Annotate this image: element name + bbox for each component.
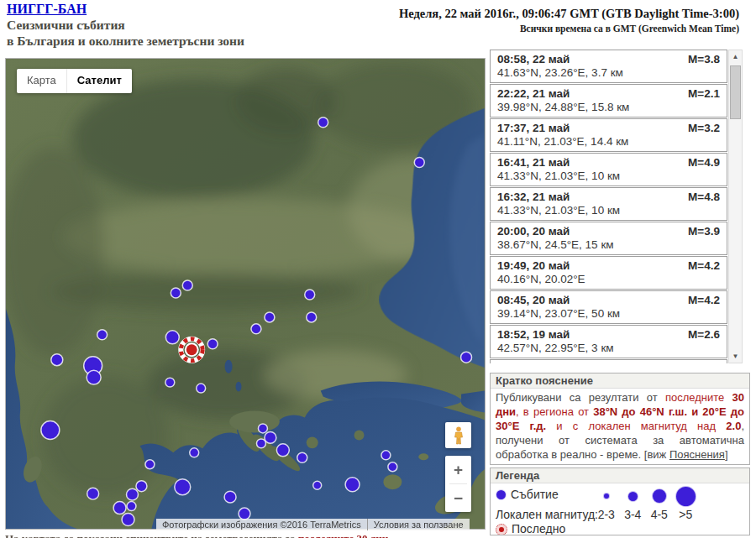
event-time: 18:52, 19 май	[497, 327, 570, 342]
event-coordinates: 41.33°N, 21.03°E, 10 км	[497, 170, 720, 183]
event-coordinates: 42.57°N, 22.95°E, 3 км	[497, 342, 720, 355]
lake	[225, 360, 233, 373]
zoom-out-button[interactable]: −	[445, 484, 471, 512]
event-row[interactable]: 08:58, 22 майM=3.841.63°N, 23.26°E, 3.7 …	[490, 50, 727, 83]
event-coordinates: 41.11°N, 21.03°E, 14.4 км	[497, 135, 720, 149]
event-marker[interactable]	[318, 118, 328, 128]
magnitude-bin-label: 4-5	[646, 508, 673, 521]
event-row[interactable]: 16:41, 21 майM=4.941.33°N, 21.03°E, 10 к…	[490, 153, 727, 186]
event-marker[interactable]	[175, 479, 191, 495]
event-row[interactable]: 18:52, 19 майM=2.642.57°N, 22.95°E, 3 км	[490, 325, 727, 358]
scrollbar-thumb[interactable]	[730, 65, 741, 119]
event-marker[interactable]	[136, 481, 147, 492]
event-marker[interactable]	[41, 420, 60, 439]
event-marker[interactable]	[197, 384, 206, 393]
explanations-link[interactable]: Пояснения	[669, 448, 725, 461]
event-marker[interactable]	[381, 451, 391, 460]
event-magnitude: M=4.9	[688, 155, 720, 170]
event-coordinates: 38.67°N, 24.5°E, 15 км	[497, 238, 720, 252]
event-marker[interactable]	[51, 354, 63, 366]
event-magnitude: M=4.2	[688, 293, 720, 307]
event-row[interactable]: 19:49, 20 майM=4.240.16°N, 20.02°E	[490, 256, 727, 290]
event-marker[interactable]	[87, 370, 101, 384]
event-marker[interactable]	[127, 488, 139, 500]
event-marker[interactable]	[127, 502, 136, 511]
event-coordinates: 41.33°N, 21.03°E, 10 км	[497, 204, 720, 217]
event-marker[interactable]	[265, 431, 276, 443]
event-marker[interactable]	[190, 448, 199, 457]
event-marker[interactable]	[265, 312, 275, 322]
event-coordinates: 41.63°N, 23.26°E, 3.7 км	[497, 66, 720, 80]
event-marker[interactable]	[239, 508, 250, 520]
short-explanation-title: Кратко пояснение	[491, 373, 749, 389]
event-marker[interactable]	[414, 158, 424, 168]
scroll-up-arrow-icon[interactable]: ▲	[729, 50, 742, 63]
event-marker[interactable]	[256, 439, 265, 448]
satellite-terrain	[6, 59, 485, 529]
scroll-down-arrow-icon[interactable]: ▼	[729, 350, 742, 363]
event-marker[interactable]	[461, 352, 472, 363]
event-time: 16:08, 19 май	[497, 362, 570, 363]
terms-of-use-link[interactable]: Условия за ползване	[367, 519, 470, 530]
legend-title: Легенда	[491, 468, 749, 483]
event-magnitude: M=3.2	[688, 121, 720, 135]
legend-box: Легенда Събитие Локален магнитуд: 2-33-4…	[490, 467, 750, 535]
legend-event-label: Събитие	[511, 488, 559, 501]
event-coordinates: 39.98°N, 24.88°E, 15.8 км	[497, 101, 720, 114]
event-marker[interactable]	[122, 514, 134, 526]
imagery-attribution: Фотографски изображения ©2016 TerraMetri…	[156, 519, 367, 530]
event-row[interactable]: 17:37, 21 майM=3.241.11°N, 21.03°E, 14.4…	[490, 118, 727, 152]
event-magnitude: M=4.8	[688, 190, 720, 204]
lake	[236, 382, 242, 392]
legend-event-row: Събитие	[496, 488, 559, 501]
event-marker[interactable]	[165, 331, 179, 344]
map-attribution: Фотографски изображения ©2016 TerraMetri…	[156, 519, 486, 530]
event-magnitude: M=2.6	[688, 327, 720, 342]
event-marker[interactable]	[171, 288, 181, 298]
event-marker[interactable]	[345, 478, 360, 492]
legend-magnitude-label: Локален магнитуд:	[496, 508, 598, 521]
event-time: 16:32, 21 май	[497, 190, 570, 204]
zoom-in-button[interactable]: +	[445, 456, 471, 483]
event-magnitude: M=3.9	[688, 224, 720, 238]
event-marker[interactable]	[297, 452, 307, 462]
event-row[interactable]: 16:08, 19 майM=2.0	[490, 359, 727, 363]
event-marker[interactable]	[165, 378, 175, 387]
event-list-scrollbar[interactable]: ▲ ▼	[728, 50, 743, 363]
event-time: 17:37, 21 май	[497, 121, 570, 135]
map-type-toggle: Карта Сателит	[17, 69, 132, 93]
pegman-icon	[453, 426, 465, 445]
event-marker[interactable]	[251, 324, 261, 334]
event-marker[interactable]	[224, 491, 236, 503]
event-marker[interactable]	[307, 312, 317, 322]
event-row[interactable]: 20:00, 20 майM=3.938.67°N, 24.5°E, 15 км	[490, 222, 727, 255]
event-marker[interactable]	[182, 280, 192, 290]
event-marker[interactable]	[388, 462, 397, 472]
event-marker[interactable]	[87, 488, 99, 499]
event-marker[interactable]	[97, 330, 108, 340]
event-marker[interactable]	[145, 460, 155, 469]
event-coordinates: 39.14°N, 23.07°E, 50 км	[497, 307, 720, 321]
event-row[interactable]: 08:45, 20 майM=4.239.14°N, 23.07°E, 50 к…	[490, 290, 727, 324]
event-coordinates: 40.16°N, 20.02°E	[497, 273, 720, 286]
event-marker[interactable]	[258, 424, 267, 433]
page-title-line2: в България и околните земетръсни зони	[7, 33, 244, 49]
event-row[interactable]: 16:32, 21 майM=4.841.33°N, 21.03°E, 10 к…	[490, 187, 727, 221]
legend-last-row: Последно	[496, 522, 565, 535]
magnitude-size-circle	[627, 491, 638, 502]
site-home-link[interactable]: НИГГГ-БАН	[7, 2, 87, 17]
event-magnitude: M=4.2	[688, 259, 720, 273]
event-marker[interactable]	[113, 502, 126, 514]
current-datetime: Неделя, 22 май 2016г., 09:06:47 GMT (GTB…	[399, 7, 739, 21]
event-row[interactable]: 22:22, 21 майM=2.139.98°N, 24.88°E, 15.8…	[490, 84, 727, 118]
event-marker[interactable]	[305, 290, 315, 300]
event-marker[interactable]	[313, 481, 322, 489]
event-marker[interactable]	[276, 444, 289, 457]
map-type-satellite-button[interactable]: Сателит	[66, 69, 132, 93]
pegman-streetview-button[interactable]	[445, 422, 471, 448]
timezone-note: Всички времена са в GMT (Greenwich Mean …	[399, 24, 739, 34]
seismicity-map[interactable]: Google	[5, 58, 486, 530]
magnitude-bin-label: 2-3	[593, 508, 620, 521]
event-marker[interactable]	[207, 339, 218, 349]
map-type-map-button[interactable]: Карта	[17, 69, 66, 93]
